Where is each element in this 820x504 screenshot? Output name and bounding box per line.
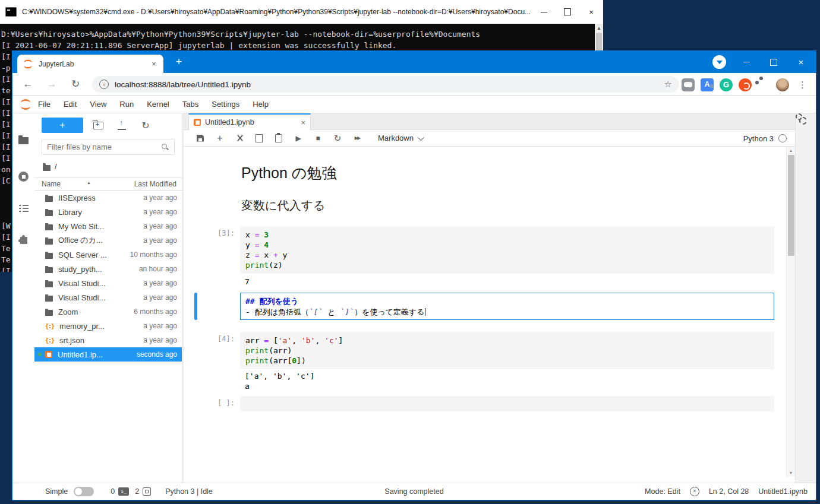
restart-kernel-button[interactable]: ↻ <box>333 134 342 143</box>
breadcrumb-root[interactable]: / <box>55 162 57 171</box>
code-cell-2[interactable]: arr = ['a', 'b', 'c']print(arr)print(arr… <box>240 332 774 369</box>
profile-avatar[interactable] <box>776 78 789 91</box>
file-row[interactable]: My Web Sit...a year ago <box>34 219 182 233</box>
file-row[interactable]: study_pyth...an hour ago <box>34 262 182 276</box>
notebook-heading-2[interactable]: 変数に代入する <box>241 198 325 214</box>
copy-cell-button[interactable] <box>254 134 264 143</box>
site-info-icon[interactable]: i <box>99 80 109 89</box>
notebook-heading-1[interactable]: Python の勉強 <box>241 163 336 183</box>
browser-tab-jupyterlab[interactable]: JupyterLab × <box>17 55 163 73</box>
translate-extension-icon[interactable]: A <box>701 78 714 91</box>
file-row[interactable]: Office のカ...a year ago <box>34 233 182 248</box>
file-browser-panel: + ↻ / Name ▲ Last Modified <box>34 113 182 483</box>
notebook-file-icon <box>194 119 201 126</box>
stop-button[interactable]: ■ <box>313 134 323 143</box>
breadcrumb[interactable]: / <box>43 162 57 171</box>
browser-minimize-button[interactable] <box>733 51 760 73</box>
file-row[interactable]: SQL Server ...10 months ago <box>34 248 182 262</box>
file-list-header: Name ▲ Last Modified <box>34 177 182 191</box>
folder-icon <box>45 296 53 302</box>
file-filter-input[interactable] <box>42 142 161 151</box>
paste-cell-button[interactable] <box>274 134 283 143</box>
cell-type-dropdown[interactable]: Markdown <box>378 134 422 142</box>
cmd-titlebar[interactable]: C:¥WINDOWS¥system32¥cmd.exe - D:¥Users¥h… <box>0 0 603 24</box>
new-launcher-button[interactable]: + <box>42 118 83 133</box>
file-row[interactable]: Visual Studi...a year ago <box>34 290 182 305</box>
menu-help[interactable]: Help <box>246 96 275 113</box>
running-kernels-icon[interactable] <box>12 172 34 182</box>
browser-maximize-button[interactable] <box>760 51 787 73</box>
scroll-up-icon[interactable]: ▲ <box>595 24 603 31</box>
cmd-minimize-button[interactable] <box>532 0 556 24</box>
search-icon <box>161 143 169 151</box>
code-cell-1[interactable]: x = 3y = 4z = x + yprint(z) <box>240 226 774 274</box>
new-tab-button[interactable]: + <box>172 55 186 69</box>
cmd-maximize-button[interactable] <box>556 0 579 24</box>
status-bar: Simple 0 s_ 2 Python 3 | Idle Saving com… <box>12 483 816 500</box>
tab-close-icon[interactable]: × <box>149 59 159 68</box>
kernel-indicator[interactable]: Python 3 <box>743 130 787 147</box>
file-browser-toolbar: + ↻ <box>34 113 182 137</box>
browser-tab-title: JupyterLab <box>39 60 149 68</box>
file-row[interactable]: Librarya year ago <box>34 205 182 219</box>
new-folder-icon[interactable] <box>92 119 105 131</box>
folder-icon <box>45 239 53 245</box>
sort-ascending-icon[interactable]: ▲ <box>87 180 91 185</box>
browser-menu-icon[interactable]: ⋮ <box>798 78 806 91</box>
cmd-close-button[interactable]: × <box>579 0 603 24</box>
column-last-modified[interactable]: Last Modified <box>134 180 176 188</box>
notebook-tab-label: Untitled1.ipynb <box>205 118 301 126</box>
menu-settings[interactable]: Settings <box>205 96 246 113</box>
back-icon[interactable]: ← <box>21 77 35 91</box>
file-row[interactable]: {:}memory_pr...a year ago <box>34 319 182 333</box>
menu-tabs[interactable]: Tabs <box>176 96 205 113</box>
url-text[interactable]: localhost:8888/lab/tree/Untitled1.ipynb <box>115 80 664 89</box>
restart-run-all-button[interactable]: ▶▶ <box>352 134 362 143</box>
file-row[interactable]: {:}srt.jsona year ago <box>34 333 182 347</box>
menu-file[interactable]: File <box>31 96 57 113</box>
home-folder-icon[interactable] <box>43 165 51 171</box>
scroll-down-icon[interactable]: ▼ <box>787 471 795 475</box>
table-of-contents-icon[interactable] <box>12 205 34 212</box>
file-row[interactable]: Visual Studi...a year ago <box>34 276 182 290</box>
profile-sync-button[interactable] <box>712 55 726 69</box>
mode-indicator[interactable]: Mode: Edit <box>645 487 680 496</box>
file-browser-tab-icon[interactable] <box>12 137 34 144</box>
line-extension-icon[interactable] <box>682 78 695 91</box>
markdown-cell-editor[interactable]: ## 配列を使う- 配列は角括弧（`[` と `]`）を使って定義する <box>240 293 774 320</box>
cell-collapser[interactable] <box>194 293 197 320</box>
browser-close-button[interactable]: × <box>787 51 815 73</box>
trust-shield-icon[interactable]: × <box>690 487 699 496</box>
run-button[interactable]: ▶ <box>294 134 303 143</box>
address-bar[interactable]: i localhost:8888/lab/tree/Untitled1.ipyn… <box>92 76 679 93</box>
menu-edit[interactable]: Edit <box>57 96 83 113</box>
extension-manager-icon[interactable] <box>12 237 34 244</box>
menu-run[interactable]: Run <box>113 96 140 113</box>
notebook-tab[interactable]: Untitled1.ipynb × <box>188 113 311 130</box>
save-button[interactable] <box>195 134 205 143</box>
menu-view[interactable]: View <box>83 96 113 113</box>
scroll-thumb[interactable] <box>788 155 794 256</box>
notebook-scrollbar[interactable]: ▲ ▼ <box>786 147 795 477</box>
column-name[interactable]: Name <box>42 180 61 188</box>
file-filter-box[interactable] <box>42 139 175 155</box>
add-cell-button[interactable]: + <box>215 134 225 143</box>
file-row[interactable]: IISExpressa year ago <box>34 191 182 205</box>
extension-icon-orange[interactable] <box>739 78 752 91</box>
bookmark-star-icon[interactable]: ☆ <box>664 79 672 90</box>
menu-kernel[interactable]: Kernel <box>140 96 176 113</box>
extensions-puzzle-icon[interactable] <box>757 78 770 91</box>
grammarly-extension-icon[interactable]: G <box>720 78 733 91</box>
notebook-file-icon <box>45 351 52 358</box>
reload-icon[interactable]: ↻ <box>68 77 83 91</box>
cursor-position[interactable]: Ln 2, Col 28 <box>709 487 749 496</box>
cut-cell-button[interactable] <box>235 134 244 143</box>
file-row[interactable]: Zoom6 months ago <box>34 305 182 319</box>
scroll-up-icon[interactable]: ▲ <box>787 148 795 153</box>
empty-code-cell[interactable] <box>240 396 774 411</box>
forward-icon[interactable]: → <box>45 77 59 91</box>
notebook-tab-close-icon[interactable]: × <box>301 118 305 127</box>
file-row-selected[interactable]: Untitled1.ip...seconds ago <box>34 347 182 362</box>
refresh-icon[interactable]: ↻ <box>139 119 152 131</box>
upload-icon[interactable] <box>115 119 128 131</box>
